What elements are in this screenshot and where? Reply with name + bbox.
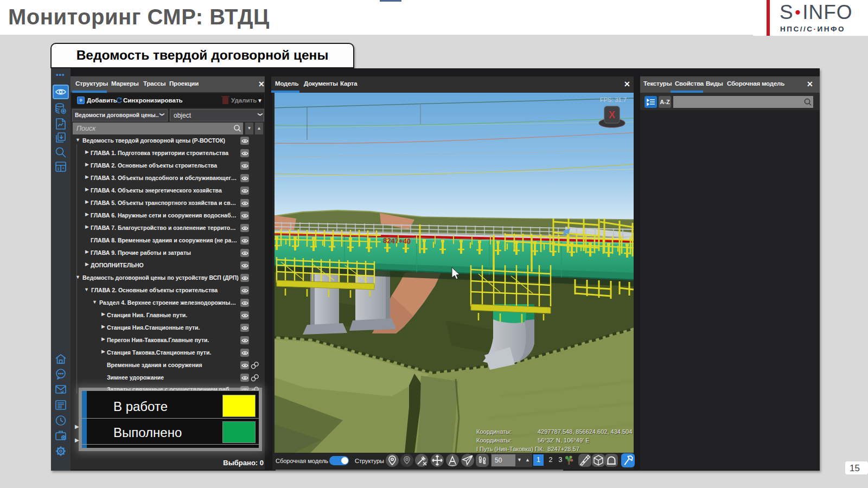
svg-text:FPS: 31.7: FPS: 31.7: [600, 97, 627, 103]
svg-text:X: X: [609, 110, 615, 120]
svg-text:8247+40: 8247+40: [383, 236, 411, 245]
